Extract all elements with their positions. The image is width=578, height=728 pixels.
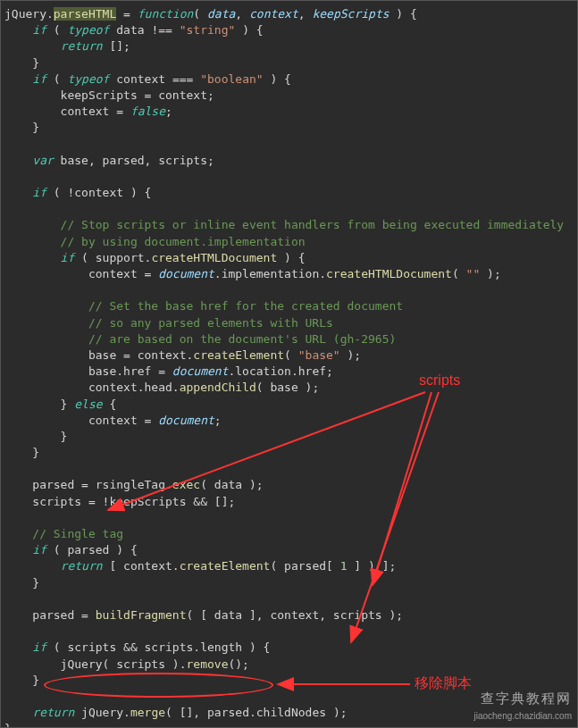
code-block: jQuery.parseHTML = function( data, conte…	[4, 6, 574, 728]
code-editor[interactable]: jQuery.parseHTML = function( data, conte…	[1, 1, 577, 728]
